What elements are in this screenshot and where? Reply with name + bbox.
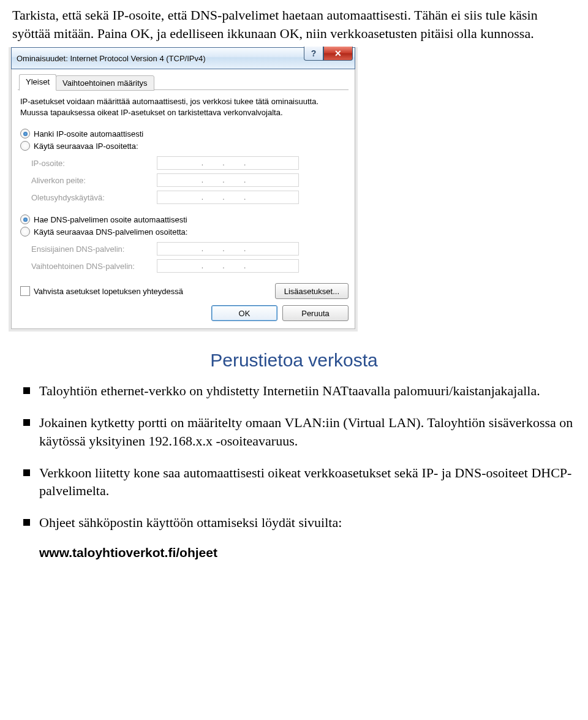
close-icon: ✕ <box>334 48 342 58</box>
radio-ip-manual-label: Käytä seuraavaa IP-osoitetta: <box>34 142 138 151</box>
label-dns-primary: Ensisijainen DNS-palvelin: <box>31 244 157 254</box>
input-dns-alt[interactable]: . . . <box>157 259 299 273</box>
input-ip-address[interactable]: . . . <box>157 156 299 170</box>
radio-ip-manual[interactable] <box>20 141 30 151</box>
radio-ip-auto[interactable] <box>20 129 30 138</box>
info-bullet-list: Taloyhtiön ethernet-verkko on yhdistetty… <box>12 382 576 531</box>
radio-ip-auto-label: Hanki IP-osoite automaattisesti <box>34 129 143 138</box>
label-ip-address: IP-osoite: <box>31 159 157 168</box>
radio-dns-manual-label: Käytä seuraavaa DNS-palvelimen osoitetta… <box>34 227 187 237</box>
cancel-button[interactable]: Peruuta <box>282 305 349 321</box>
tab-general[interactable]: Yleiset <box>19 74 56 91</box>
ok-button[interactable]: OK <box>211 305 277 321</box>
label-subnet-mask: Aliverkon peite: <box>31 176 157 185</box>
radio-dns-auto[interactable] <box>20 214 30 224</box>
input-dns-primary[interactable]: . . . <box>157 242 299 256</box>
list-item: Ohjeet sähköpostin käyttöön ottamiseksi … <box>12 513 576 532</box>
list-item: Taloyhtiön ethernet-verkko on yhdistetty… <box>12 382 576 400</box>
instructions-link[interactable]: www.taloyhtioverkot.fi/ohjeet <box>39 545 576 560</box>
tab-strip: Yleiset Vaihtoehtoinen määritys <box>18 74 349 90</box>
label-default-gateway: Oletusyhdyskäytävä: <box>31 193 157 202</box>
tab-alternate[interactable]: Vaihtoehtoinen määritys <box>56 75 154 91</box>
list-item: Verkkoon liitetty kone saa automaattises… <box>12 464 576 500</box>
checkbox-validate-label: Vahvista asetukset lopetuksen yhteydessä <box>34 287 183 296</box>
section-heading: Perustietoa verkosta <box>12 350 576 371</box>
advanced-button[interactable]: Lisäasetukset... <box>275 283 349 299</box>
intro-paragraph: Tarkista, että sekä IP-osoite, että DNS-… <box>12 6 576 42</box>
dialog-titlebar[interactable]: Ominaisuudet: Internet Protocol Version … <box>11 47 355 69</box>
list-item: Jokainen kytketty portti on määritelty o… <box>12 414 576 450</box>
dialog-title: Ominaisuudet: Internet Protocol Version … <box>17 54 206 63</box>
ipv4-properties-dialog: Ominaisuudet: Internet Protocol Version … <box>9 47 358 332</box>
dialog-description: IP-asetukset voidaan määrittää automaatt… <box>20 96 349 118</box>
input-subnet-mask[interactable]: . . . <box>157 173 299 187</box>
close-button[interactable]: ✕ <box>323 47 353 61</box>
radio-dns-manual[interactable] <box>20 227 30 237</box>
checkbox-validate-on-exit[interactable] <box>20 286 30 296</box>
radio-dns-auto-label: Hae DNS-palvelimen osoite automaattisest… <box>34 215 187 224</box>
help-icon: ? <box>311 48 317 58</box>
help-button[interactable]: ? <box>304 47 323 61</box>
label-dns-alt: Vaihtoehtoinen DNS-palvelin: <box>31 262 157 271</box>
input-default-gateway[interactable]: . . . <box>157 191 299 204</box>
